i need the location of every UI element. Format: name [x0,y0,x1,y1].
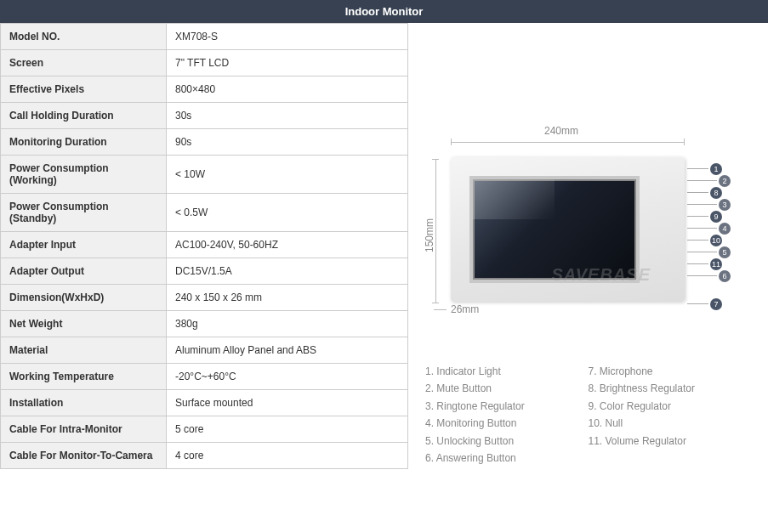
legend-item: 6. Answering Button [425,450,589,467]
spec-label: Net Weight [1,311,167,337]
dimension-height: 150mm [424,218,435,252]
callout-line [687,275,717,276]
spec-value: 4 core [167,443,408,469]
main-content: Model NO.XM708-SScreen7" TFT LCDEffectiv… [0,23,768,469]
spec-label: Adapter Output [1,258,167,285]
callout-line [687,192,708,193]
legend-item: 9. Color Regulator [589,398,752,415]
spec-value: 800×480 [167,76,408,103]
device-body: SAVEBASE [451,157,685,302]
legend-item: 11. Volume Regulator [589,433,752,450]
callout-bubble: 11 [710,258,722,270]
spec-value: 5 core [167,416,408,443]
dimension-width-line [451,142,685,143]
callout-line [687,240,708,241]
callout-bubble: 2 [719,175,731,187]
callout-bubble: 6 [719,270,731,282]
spec-value: 90s [167,129,408,156]
legend-item: 1. Indicator Light [425,363,589,380]
legend: 1. Indicator Light2. Mute Button3. Ringt… [425,363,751,467]
spec-value: DC15V/1.5A [167,258,408,285]
spec-value: 30s [167,103,408,129]
spec-value: 7" TFT LCD [167,50,408,76]
callout-line [687,263,708,264]
page-title: Indoor Monitor [345,5,424,18]
spec-label: Dimension(WxHxD) [1,285,167,311]
spec-label: Cable For Intra-Monitor [1,416,167,443]
spec-value: < 0.5W [167,194,408,232]
spec-value: Aluminum Alloy Panel and ABS [167,337,408,364]
legend-item: 5. Unlocking Button [425,433,589,450]
spec-label: Screen [1,50,167,76]
legend-item: 7. Microphone [589,363,752,380]
spec-value: 240 x 150 x 26 mm [167,285,408,311]
callout-line [687,168,708,169]
device-diagram: 240mm 150mm SAVEBASE 1283941051167 26mm [425,125,748,346]
spec-label: Power Consumption (Working) [1,156,167,194]
header-bar: Indoor Monitor [0,0,768,23]
callout-line [687,228,717,229]
table-row: Power Consumption (Working)< 10W [1,156,408,194]
legend-item: 2. Mute Button [425,380,589,397]
spec-value: 380g [167,311,408,337]
callout-lead: 11 [687,258,731,269]
callout-line [687,252,717,252]
spec-label: Adapter Input [1,232,167,258]
table-row: Cable For Monitor-To-Camera4 core [1,443,408,469]
callout-lead: 6 [687,270,731,281]
table-row: InstallationSurface mounted [1,390,408,416]
callout-lead: 7 [687,298,731,309]
spec-label: Call Holding Duration [1,103,167,129]
table-row: Adapter InputAC100-240V, 50-60HZ [1,232,408,258]
callout-bubble: 3 [719,199,731,211]
spec-value: -20°C~+60°C [167,364,408,390]
table-row: Power Consumption (Standby)< 0.5W [1,194,408,232]
callout-bubble: 9 [710,211,722,223]
callout-lead: 5 [687,246,731,258]
spec-label: Power Consumption (Standby) [1,194,167,232]
watermark-text: SAVEBASE [551,265,651,285]
callout-bubble: 1 [710,163,722,175]
callout-bubble: 4 [719,223,731,235]
spec-table: Model NO.XM708-SScreen7" TFT LCDEffectiv… [0,23,408,469]
table-row: Call Holding Duration30s [1,103,408,129]
callout-line [687,216,708,217]
callout-lead: 3 [687,199,731,210]
table-row: Dimension(WxHxD)240 x 150 x 26 mm [1,285,408,311]
dimension-height-line [435,159,436,303]
table-row: Model NO.XM708-S [1,24,408,50]
table-row: Cable For Intra-Monitor5 core [1,416,408,443]
spec-label: Working Temperature [1,364,167,390]
spec-label: Cable For Monitor-To-Camera [1,443,167,469]
table-row: Screen7" TFT LCD [1,50,408,76]
spec-label: Effective Pixels [1,76,167,103]
callout-bubble: 7 [710,298,722,310]
callout-line [687,204,717,205]
callout-lead: 2 [687,175,731,186]
callout-lead: 9 [687,211,731,222]
legend-item: 3. Ringtone Regulator [425,398,589,415]
table-row: Adapter OutputDC15V/1.5A [1,258,408,285]
table-row: MaterialAluminum Alloy Panel and ABS [1,337,408,364]
spec-label: Material [1,337,167,364]
callout-bubble: 10 [710,235,722,246]
callout-line [687,303,708,304]
spec-value: AC100-240V, 50-60HZ [167,232,408,258]
callout-leads: 1283941051167 [687,163,731,310]
legend-item: 4. Monitoring Button [425,415,589,432]
spec-value: XM708-S [167,24,408,50]
callout-lead: 1 [687,163,731,174]
callout-bubble: 5 [719,246,731,258]
callout-lead: 8 [687,187,731,198]
legend-col-left: 1. Indicator Light2. Mute Button3. Ringt… [425,363,589,467]
legend-item: 8. Brightness Regulator [589,380,752,397]
dimension-depth: 26mm [451,303,479,315]
legend-item: 10. Null [589,415,752,432]
spec-label: Monitoring Duration [1,129,167,156]
callout-lead: 4 [687,223,731,234]
table-row: Net Weight380g [1,311,408,337]
spec-label: Model NO. [1,24,167,50]
spec-label: Installation [1,390,167,416]
dimension-width: 240mm [544,125,578,137]
callout-lead: 10 [687,235,731,246]
